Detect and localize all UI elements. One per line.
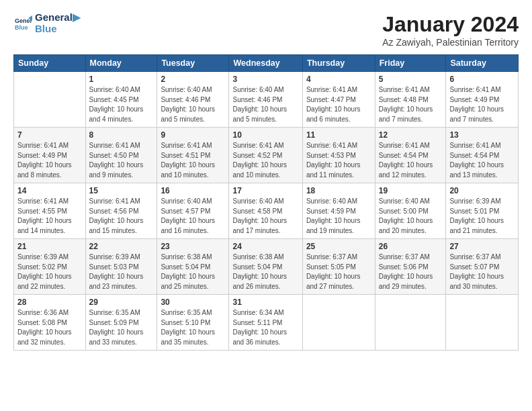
- table-row: [14, 72, 86, 128]
- day-info: Sunrise: 6:40 AM Sunset: 4:58 PM Dayligh…: [232, 197, 298, 236]
- day-info: Sunrise: 6:40 AM Sunset: 5:00 PM Dayligh…: [379, 197, 443, 236]
- day-info: Sunrise: 6:35 AM Sunset: 5:09 PM Dayligh…: [89, 308, 154, 347]
- logo-icon: General Blue: [13, 14, 32, 33]
- day-number: 16: [161, 186, 225, 195]
- day-info: Sunrise: 6:35 AM Sunset: 5:10 PM Dayligh…: [161, 308, 225, 347]
- table-row: 24Sunrise: 6:38 AM Sunset: 5:04 PM Dayli…: [229, 239, 302, 295]
- day-number: 5: [379, 75, 443, 84]
- day-info: Sunrise: 6:40 AM Sunset: 4:57 PM Dayligh…: [161, 197, 225, 236]
- day-number: 27: [449, 242, 515, 251]
- table-row: 30Sunrise: 6:35 AM Sunset: 5:10 PM Dayli…: [157, 295, 229, 351]
- day-number: 17: [232, 186, 298, 195]
- day-number: 7: [17, 130, 82, 140]
- day-number: 28: [17, 298, 82, 307]
- table-row: 11Sunrise: 6:41 AM Sunset: 4:53 PM Dayli…: [302, 128, 375, 183]
- day-info: Sunrise: 6:37 AM Sunset: 5:07 PM Dayligh…: [449, 253, 515, 291]
- table-row: 1Sunrise: 6:40 AM Sunset: 4:45 PM Daylig…: [85, 72, 157, 128]
- table-row: 12Sunrise: 6:41 AM Sunset: 4:54 PM Dayli…: [375, 128, 446, 183]
- day-number: 30: [161, 298, 225, 307]
- table-row: 3Sunrise: 6:40 AM Sunset: 4:46 PM Daylig…: [229, 72, 302, 128]
- svg-text:Blue: Blue: [15, 24, 28, 31]
- day-number: 4: [306, 75, 371, 84]
- day-info: Sunrise: 6:36 AM Sunset: 5:08 PM Dayligh…: [17, 308, 82, 347]
- table-row: 26Sunrise: 6:37 AM Sunset: 5:06 PM Dayli…: [375, 239, 446, 295]
- col-monday: Monday: [85, 55, 157, 72]
- day-info: Sunrise: 6:41 AM Sunset: 4:52 PM Dayligh…: [232, 141, 298, 180]
- day-number: 13: [449, 130, 515, 140]
- day-info: Sunrise: 6:37 AM Sunset: 5:06 PM Dayligh…: [379, 253, 443, 291]
- calendar-week-row: 28Sunrise: 6:36 AM Sunset: 5:08 PM Dayli…: [14, 295, 519, 351]
- day-info: Sunrise: 6:41 AM Sunset: 4:54 PM Dayligh…: [449, 141, 515, 180]
- table-row: 8Sunrise: 6:41 AM Sunset: 4:50 PM Daylig…: [85, 128, 157, 183]
- table-row: 29Sunrise: 6:35 AM Sunset: 5:09 PM Dayli…: [85, 295, 157, 351]
- col-wednesday: Wednesday: [229, 55, 302, 72]
- day-number: 6: [449, 75, 515, 84]
- table-row: 7Sunrise: 6:41 AM Sunset: 4:49 PM Daylig…: [14, 128, 86, 183]
- day-number: 31: [232, 298, 298, 307]
- day-number: 1: [89, 75, 154, 84]
- day-number: 2: [161, 75, 225, 84]
- day-info: Sunrise: 6:37 AM Sunset: 5:05 PM Dayligh…: [306, 253, 371, 291]
- day-info: Sunrise: 6:39 AM Sunset: 5:01 PM Dayligh…: [449, 197, 515, 236]
- day-info: Sunrise: 6:41 AM Sunset: 4:49 PM Dayligh…: [17, 141, 82, 180]
- table-row: 4Sunrise: 6:41 AM Sunset: 4:47 PM Daylig…: [302, 72, 375, 128]
- day-number: 23: [161, 242, 225, 251]
- table-row: 14Sunrise: 6:41 AM Sunset: 4:55 PM Dayli…: [14, 183, 86, 239]
- calendar-week-row: 7Sunrise: 6:41 AM Sunset: 4:49 PM Daylig…: [14, 128, 519, 183]
- table-row: 17Sunrise: 6:40 AM Sunset: 4:58 PM Dayli…: [229, 183, 302, 239]
- header: General Blue General▶ Blue January 2024 …: [13, 12, 519, 48]
- day-info: Sunrise: 6:34 AM Sunset: 5:11 PM Dayligh…: [232, 308, 298, 347]
- table-row: 23Sunrise: 6:38 AM Sunset: 5:04 PM Dayli…: [157, 239, 229, 295]
- day-number: 11: [306, 130, 371, 140]
- day-number: 8: [89, 130, 154, 140]
- day-info: Sunrise: 6:39 AM Sunset: 5:03 PM Dayligh…: [89, 253, 154, 291]
- location: Az Zawiyah, Palestinian Territory: [382, 37, 519, 48]
- day-info: Sunrise: 6:41 AM Sunset: 4:49 PM Dayligh…: [449, 85, 515, 124]
- day-number: 21: [17, 242, 82, 251]
- day-info: Sunrise: 6:39 AM Sunset: 5:02 PM Dayligh…: [17, 253, 82, 291]
- table-row: 22Sunrise: 6:39 AM Sunset: 5:03 PM Dayli…: [85, 239, 157, 295]
- table-row: 9Sunrise: 6:41 AM Sunset: 4:51 PM Daylig…: [157, 128, 229, 183]
- day-info: Sunrise: 6:38 AM Sunset: 5:04 PM Dayligh…: [232, 253, 298, 291]
- col-thursday: Thursday: [302, 55, 375, 72]
- day-number: 22: [89, 242, 154, 251]
- day-info: Sunrise: 6:41 AM Sunset: 4:55 PM Dayligh…: [17, 197, 82, 236]
- table-row: 10Sunrise: 6:41 AM Sunset: 4:52 PM Dayli…: [229, 128, 302, 183]
- col-friday: Friday: [375, 55, 446, 72]
- table-row: 16Sunrise: 6:40 AM Sunset: 4:57 PM Dayli…: [157, 183, 229, 239]
- table-row: [375, 295, 446, 351]
- table-row: 6Sunrise: 6:41 AM Sunset: 4:49 PM Daylig…: [446, 72, 519, 128]
- month-title: January 2024: [382, 12, 519, 37]
- calendar-header-row: Sunday Monday Tuesday Wednesday Thursday…: [14, 55, 519, 72]
- table-row: [446, 295, 519, 351]
- day-info: Sunrise: 6:41 AM Sunset: 4:53 PM Dayligh…: [306, 141, 371, 180]
- day-number: 10: [232, 130, 298, 140]
- table-row: 28Sunrise: 6:36 AM Sunset: 5:08 PM Dayli…: [14, 295, 86, 351]
- day-number: 19: [379, 186, 443, 195]
- table-row: 19Sunrise: 6:40 AM Sunset: 5:00 PM Dayli…: [375, 183, 446, 239]
- logo: General Blue General▶ Blue: [13, 12, 81, 34]
- table-row: [302, 295, 375, 351]
- day-number: 9: [161, 130, 225, 140]
- col-saturday: Saturday: [446, 55, 519, 72]
- table-row: 15Sunrise: 6:41 AM Sunset: 4:56 PM Dayli…: [85, 183, 157, 239]
- page: General Blue General▶ Blue January 2024 …: [0, 0, 532, 357]
- table-row: 31Sunrise: 6:34 AM Sunset: 5:11 PM Dayli…: [229, 295, 302, 351]
- day-info: Sunrise: 6:41 AM Sunset: 4:47 PM Dayligh…: [306, 85, 371, 124]
- day-number: 3: [232, 75, 298, 84]
- table-row: 27Sunrise: 6:37 AM Sunset: 5:07 PM Dayli…: [446, 239, 519, 295]
- table-row: 20Sunrise: 6:39 AM Sunset: 5:01 PM Dayli…: [446, 183, 519, 239]
- day-info: Sunrise: 6:38 AM Sunset: 5:04 PM Dayligh…: [161, 253, 225, 291]
- table-row: 5Sunrise: 6:41 AM Sunset: 4:48 PM Daylig…: [375, 72, 446, 128]
- day-info: Sunrise: 6:41 AM Sunset: 4:51 PM Dayligh…: [161, 141, 225, 180]
- day-number: 15: [89, 186, 154, 195]
- day-info: Sunrise: 6:40 AM Sunset: 4:59 PM Dayligh…: [306, 197, 371, 236]
- day-number: 18: [306, 186, 371, 195]
- calendar-week-row: 21Sunrise: 6:39 AM Sunset: 5:02 PM Dayli…: [14, 239, 519, 295]
- day-number: 14: [17, 186, 82, 195]
- day-number: 24: [232, 242, 298, 251]
- day-info: Sunrise: 6:40 AM Sunset: 4:46 PM Dayligh…: [232, 85, 298, 124]
- title-block: January 2024 Az Zawiyah, Palestinian Ter…: [382, 12, 519, 48]
- table-row: 13Sunrise: 6:41 AM Sunset: 4:54 PM Dayli…: [446, 128, 519, 183]
- col-sunday: Sunday: [14, 55, 86, 72]
